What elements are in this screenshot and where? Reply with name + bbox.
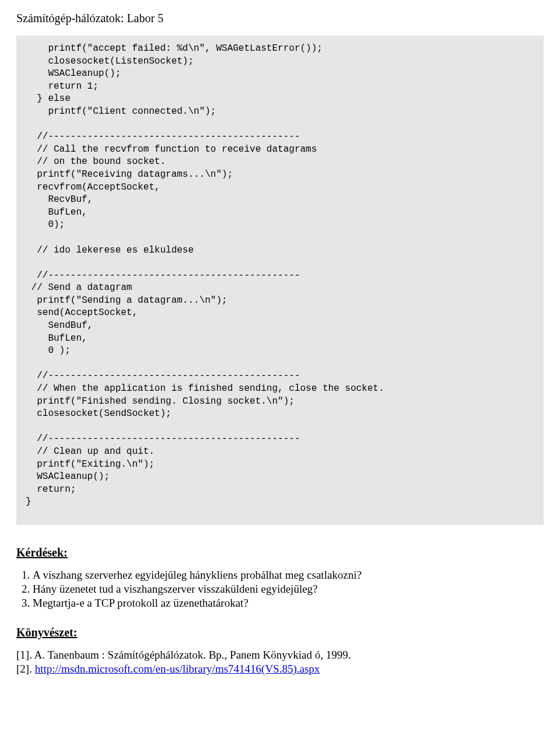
list-item: Megtartja-e a TCP protokoll az üzenethat…: [33, 597, 544, 610]
references: [1]. A. Tanenbaum : Számítógéphálózatok.…: [16, 649, 544, 676]
reference-item: [1]. A. Tanenbaum : Számítógéphálózatok.…: [16, 649, 544, 662]
questions-heading: Kérdések:: [16, 546, 544, 559]
reference-link[interactable]: http://msdn.microsoft.com/en-us/library/…: [35, 663, 320, 675]
questions-list: A viszhang szerverhez egyidejűleg hánykl…: [16, 569, 544, 610]
page-header: Számítógép-hálózatok: Labor 5: [16, 12, 544, 25]
code-block: printf("accept failed: %d\n", WSAGetLast…: [16, 36, 544, 525]
references-heading: Könyvészet:: [16, 626, 544, 639]
list-item: Hány üzenetet tud a viszhangszerver viss…: [33, 583, 544, 596]
reference-item: [2]. http://msdn.microsoft.com/en-us/lib…: [16, 663, 544, 676]
reference-prefix: [2].: [16, 663, 35, 675]
list-item: A viszhang szerverhez egyidejűleg hánykl…: [33, 569, 544, 582]
